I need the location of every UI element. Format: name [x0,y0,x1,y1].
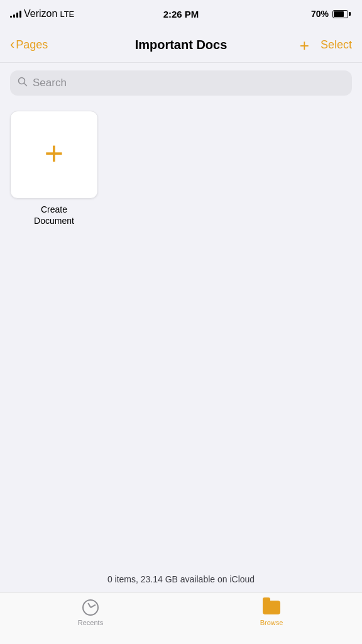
add-document-button[interactable]: + [300,37,309,53]
back-button[interactable]: ‹ Pages [10,38,48,52]
tab-browse-label: Browse [260,619,283,626]
create-document-label: CreateDocument [34,204,74,226]
tab-browse[interactable]: Browse [181,599,362,626]
svg-line-1 [25,84,27,86]
status-bar: Verizon LTE 2:26 PM 70% [0,0,362,28]
status-left: Verizon LTE [10,8,74,19]
nav-actions: + Select [300,37,352,53]
search-placeholder: Search [33,77,67,89]
network-label: LTE [60,9,74,19]
tab-recents-label: Recents [78,619,103,626]
create-document-box: + [10,111,98,199]
search-icon [18,77,28,89]
chevron-left-icon: ‹ [10,38,14,52]
status-time: 2:26 PM [163,9,199,19]
document-grid: + CreateDocument [10,111,352,226]
browse-icon [263,599,280,616]
signal-icon [10,10,21,18]
battery-icon [332,10,351,18]
status-right: 70% [311,9,351,19]
main-content: + CreateDocument [0,101,362,567]
page-title: Important Docs [135,38,228,52]
create-document-card[interactable]: + CreateDocument [10,111,98,226]
nav-bar: ‹ Pages Important Docs + Select [0,28,362,63]
battery-percent: 70% [311,9,329,19]
create-plus-icon: + [45,137,63,170]
recents-icon [82,599,99,616]
carrier-label: Verizon [24,8,57,19]
select-button[interactable]: Select [321,38,352,52]
footer-status: 0 items, 23.14 GB available on iCloud [0,567,362,592]
tab-recents[interactable]: Recents [0,599,181,626]
search-container: Search [0,63,362,101]
back-label: Pages [16,38,48,52]
search-bar[interactable]: Search [10,70,352,96]
tab-bar: Recents Browse [0,592,362,644]
